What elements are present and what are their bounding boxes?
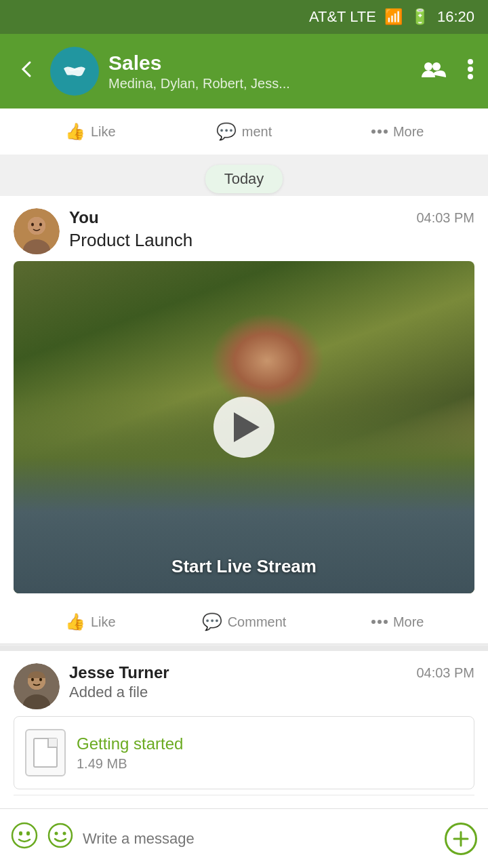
svg-point-20 <box>49 824 72 847</box>
signal-icon: 📶 <box>384 8 403 26</box>
time-label: 16:20 <box>437 8 474 26</box>
back-button[interactable] <box>11 54 41 90</box>
group-members-list: Medina, Dylan, Robert, Jess... <box>108 76 408 92</box>
post1-title: Product Launch <box>69 230 474 251</box>
message-bar <box>0 808 488 868</box>
app-bar: Sales Medina, Dylan, Robert, Jess... <box>0 34 488 108</box>
like-button-prev[interactable]: 👍 Like <box>14 117 167 146</box>
carrier-label: AT&T LTE <box>309 8 376 26</box>
post2-header: Jesse Turner 04:03 PM Added a file <box>0 651 488 716</box>
today-divider: Today <box>0 155 488 196</box>
file-size: 1.49 MB <box>77 756 183 772</box>
status-bar: AT&T LTE 📶 🔋 16:20 <box>0 0 488 34</box>
file-name: Getting started <box>77 734 183 753</box>
post1-time: 04:03 PM <box>416 210 474 226</box>
post-divider <box>0 646 488 651</box>
video-label: Start Live Stream <box>171 556 317 577</box>
prev-post-action-bar: 👍 Like 💬 ment More <box>0 108 488 155</box>
battery-icon: 🔋 <box>411 8 429 26</box>
post1-like-button[interactable]: 👍 Like <box>14 607 167 637</box>
avatar-you <box>14 208 60 254</box>
content-area: 👍 Like 💬 ment More Today <box>0 108 488 868</box>
svg-point-22 <box>63 832 66 835</box>
svg-point-21 <box>55 832 58 835</box>
svg-point-3 <box>468 66 473 72</box>
group-name: Sales <box>108 52 408 75</box>
today-label: Today <box>205 165 283 193</box>
emoji-button[interactable] <box>47 823 73 854</box>
file-divider <box>14 795 474 795</box>
file-icon <box>25 729 66 776</box>
members-icon[interactable] <box>418 56 450 87</box>
post1-more-button[interactable]: More <box>321 609 474 635</box>
post2-author: Jesse Turner <box>69 663 169 682</box>
svg-point-4 <box>468 74 473 79</box>
post2-meta: Jesse Turner 04:03 PM Added a file <box>69 663 474 708</box>
overflow-menu-icon[interactable] <box>464 55 477 88</box>
post1-comment-button[interactable]: 💬 Comment <box>167 607 321 637</box>
file-shape <box>33 738 58 768</box>
svg-point-17 <box>12 823 37 848</box>
post1-like-icon: 👍 <box>65 612 85 631</box>
post1-more-dots <box>371 620 388 624</box>
file-info: Getting started 1.49 MB <box>77 734 183 772</box>
avatar-jesse <box>14 663 60 709</box>
svg-point-16 <box>39 678 42 682</box>
post1-action-bar: 👍 Like 💬 Comment More <box>0 600 488 644</box>
svg-point-8 <box>28 217 45 235</box>
video-thumbnail[interactable]: Start Live Stream <box>14 261 474 593</box>
play-icon <box>234 412 260 442</box>
like-icon-prev: 👍 <box>65 122 85 141</box>
svg-point-2 <box>468 59 473 64</box>
post1-meta: You 04:03 PM Product Launch <box>69 208 474 251</box>
app-bar-actions <box>418 55 477 88</box>
add-button[interactable] <box>445 823 477 855</box>
comment-button-prev[interactable]: 💬 ment <box>167 117 321 146</box>
svg-rect-18 <box>19 831 22 835</box>
comment-icon-prev: 💬 <box>216 122 237 141</box>
group-info: Sales Medina, Dylan, Robert, Jess... <box>108 52 408 92</box>
post1-comment-icon: 💬 <box>202 612 222 631</box>
svg-point-15 <box>31 678 34 682</box>
svg-point-9 <box>31 223 34 226</box>
post1-header: You 04:03 PM Product Launch <box>0 196 488 261</box>
post-product-launch: You 04:03 PM Product Launch Start Live S… <box>0 196 488 644</box>
group-avatar <box>50 47 99 96</box>
svg-point-0 <box>424 62 432 71</box>
svg-point-10 <box>39 223 42 226</box>
post1-author: You <box>69 208 99 227</box>
post2-subtitle: Added a file <box>69 684 474 708</box>
sticker-button[interactable] <box>11 822 38 855</box>
more-dots-prev <box>371 130 388 134</box>
svg-point-1 <box>432 62 441 71</box>
more-button-prev[interactable]: More <box>321 119 474 145</box>
post2-time: 04:03 PM <box>416 665 474 681</box>
file-attachment[interactable]: Getting started 1.49 MB <box>14 716 474 789</box>
play-button[interactable] <box>214 397 274 458</box>
svg-rect-19 <box>26 831 30 835</box>
message-input[interactable] <box>83 830 435 848</box>
